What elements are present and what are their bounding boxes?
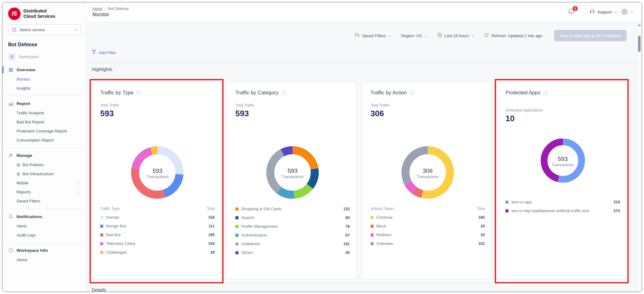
sidebar-section-workspace-info[interactable]: Workspace Info xyxy=(8,246,81,255)
info-icon[interactable]: i xyxy=(410,90,414,95)
legend: test-us-app319ves-io-http-loadbalancer-a… xyxy=(505,200,620,217)
legend-value: 191 xyxy=(343,242,350,246)
item-label: Consumption Report xyxy=(17,138,54,142)
time-range-dropdown[interactable]: Last 24 hours xyxy=(437,33,474,38)
item-label: Alerts xyxy=(17,224,27,228)
sidebar-item-consumption-report[interactable]: Consumption Report xyxy=(8,136,81,145)
legend-item-shopping-gift-cards[interactable]: Shopping & Gift Cards132 xyxy=(235,207,350,211)
info-icon[interactable]: i xyxy=(543,90,548,95)
sidebar-section-report[interactable]: Report xyxy=(8,99,81,108)
scrollbar[interactable] xyxy=(637,22,642,292)
legend-item-challenged[interactable]: Challenged26 xyxy=(100,250,215,255)
legend-value: 20 xyxy=(480,233,485,237)
eye-icon xyxy=(17,172,20,176)
legend-swatch xyxy=(235,251,238,254)
sidebar-section-manage[interactable]: Manage xyxy=(8,151,81,160)
info-icon[interactable]: i xyxy=(281,90,286,95)
add-filter-label: Add Filter xyxy=(99,50,116,55)
legend-label: Bad Bot xyxy=(106,232,120,237)
sidebar-item-protection-coverage-report[interactable]: Protection Coverage Report xyxy=(8,127,81,136)
donut-center-value: 593 xyxy=(153,167,163,174)
sidebar-section-overview[interactable]: Overview xyxy=(8,65,81,75)
sidebar-item-audit-logs[interactable]: Audit Logs xyxy=(8,231,81,240)
highlights-cards: Traffic by TypeiTotal Traffic593593Trans… xyxy=(86,76,642,279)
bell-icon xyxy=(568,11,575,16)
donut-chart[interactable]: 593Transactions xyxy=(130,145,185,202)
region-dropdown[interactable]: Region: US xyxy=(401,33,427,38)
sidebar-item-monitor[interactable]: Monitor xyxy=(8,75,81,84)
app-window: f5 Distributed Cloud Services Select ser… xyxy=(2,2,642,292)
legend-item-human[interactable]: Human156 xyxy=(100,215,215,220)
grid-icon xyxy=(12,27,17,32)
legend-item-telemetry-client[interactable]: Telemetry Client105 xyxy=(100,241,215,246)
donut-area: 593Transactions xyxy=(505,123,620,186)
legend-item-undefined[interactable]: Undefined191 xyxy=(235,242,350,246)
section-label: Workspace Info xyxy=(17,248,48,253)
sidebar-item-insights[interactable]: Insights xyxy=(8,84,81,93)
sidebar-item-alerts[interactable]: Alerts xyxy=(8,222,81,231)
legend-item-others[interactable]: Others45 xyxy=(235,250,350,255)
legend-item-ves-io-http-loadbalancer-artificial-traffic-test[interactable]: ves-io-http-loadbalancer-artificial-traf… xyxy=(505,208,620,213)
legend-label: Others xyxy=(241,250,253,255)
stat-value: 593 xyxy=(100,109,215,118)
chevron-down-icon xyxy=(614,10,617,14)
legend-item-continue[interactable]: Continue165 xyxy=(371,215,485,220)
donut-chart[interactable]: 306Transactions xyxy=(400,145,455,202)
refresh-icon xyxy=(484,33,489,38)
legend-item-search[interactable]: Search80 xyxy=(235,215,350,220)
card-title: Traffic by Type xyxy=(100,90,134,96)
wrench-icon xyxy=(8,153,13,158)
highlights-section-title: Highlights xyxy=(86,62,642,76)
view-in-waap-button[interactable]: View in Web App & API Protection xyxy=(554,30,627,41)
info-icon[interactable]: i xyxy=(136,90,141,95)
donut-center-text: 593Transactions xyxy=(265,145,320,202)
refresh-button[interactable]: Refresh: Updated 2 min ago xyxy=(484,33,542,38)
legend: Shopping & Gift Cards132Search80Profile … xyxy=(235,207,350,259)
chevron-down-icon xyxy=(425,33,427,38)
sidebar-item-reports[interactable]: Reports› xyxy=(8,187,81,197)
namespace-selector[interactable]: S Namespace xyxy=(8,53,81,61)
sidebar-section-notifications[interactable]: Notifications xyxy=(8,212,81,222)
notifications-button[interactable]: 1 xyxy=(566,7,577,17)
add-filter-button[interactable]: Add Filter xyxy=(92,50,116,55)
user-menu[interactable] xyxy=(621,8,633,16)
legend-item-block[interactable]: Block20 xyxy=(371,224,485,228)
sidebar-item-bot-policies[interactable]: Bot Policies xyxy=(8,160,81,169)
sidebar-item-traffic-analyzer[interactable]: Traffic Analyzer xyxy=(8,108,81,117)
card-traffic-by-action: Traffic by ActioniTotal Traffic306306Tra… xyxy=(362,82,492,279)
legend-item-benign-bot[interactable]: Benign Bot111 xyxy=(100,224,215,228)
sidebar-item-about[interactable]: About xyxy=(8,255,81,264)
brand-logo[interactable]: f5 Distributed Cloud Services xyxy=(8,7,81,20)
support-menu[interactable]: Support xyxy=(589,9,617,15)
card-slot: Traffic by TypeiTotal Traffic593593Trans… xyxy=(92,82,221,279)
scrollbar-thumb[interactable] xyxy=(638,36,641,52)
sidebar-item-bot-infrastructure[interactable]: Bot Infrastructure xyxy=(8,169,81,178)
legend-item-unknown[interactable]: Unknown101 xyxy=(371,241,485,246)
sidebar-item-bad-bot-report[interactable]: Bad Bot Report xyxy=(8,117,81,127)
nav-section-overview: OverviewMonitorInsights xyxy=(8,65,81,93)
select-service-dropdown[interactable]: Select service xyxy=(8,24,81,35)
legend-item-redirect[interactable]: Redirect20 xyxy=(371,232,485,237)
scroll-up-arrow-icon[interactable] xyxy=(638,24,641,26)
saved-filters-dropdown[interactable]: Saved Filters xyxy=(355,33,391,38)
sidebar-item-saved-filters[interactable]: Saved Filters xyxy=(8,197,81,206)
legend-swatch xyxy=(235,207,238,211)
donut-chart[interactable]: 593Transactions xyxy=(265,145,320,202)
breadcrumb-home-link[interactable]: Home xyxy=(92,7,102,11)
card-title: Traffic by Action xyxy=(371,90,407,96)
legend-item-authentication[interactable]: Authentication67 xyxy=(235,233,350,237)
donut-chart[interactable]: 593Transactions xyxy=(539,137,586,185)
section-label: Overview xyxy=(17,67,35,72)
info-circle-icon xyxy=(8,248,13,253)
region-label: Region: US xyxy=(401,33,422,38)
divider xyxy=(2,242,86,243)
chevron-right-icon: › xyxy=(77,181,79,185)
legend-item-test-us-app[interactable]: test-us-app319 xyxy=(505,200,620,204)
donut-center-text: 593Transactions xyxy=(539,137,586,185)
section-label: Report xyxy=(17,101,30,106)
legend-item-bad-bot[interactable]: Bad Bot195 xyxy=(100,232,215,237)
legend-item-profile-management[interactable]: Profile Management78 xyxy=(235,224,350,229)
bar-chart-icon xyxy=(8,102,13,106)
sidebar-item-mobile[interactable]: Mobile› xyxy=(8,178,81,187)
stat-label: Total Traffic xyxy=(100,103,215,107)
